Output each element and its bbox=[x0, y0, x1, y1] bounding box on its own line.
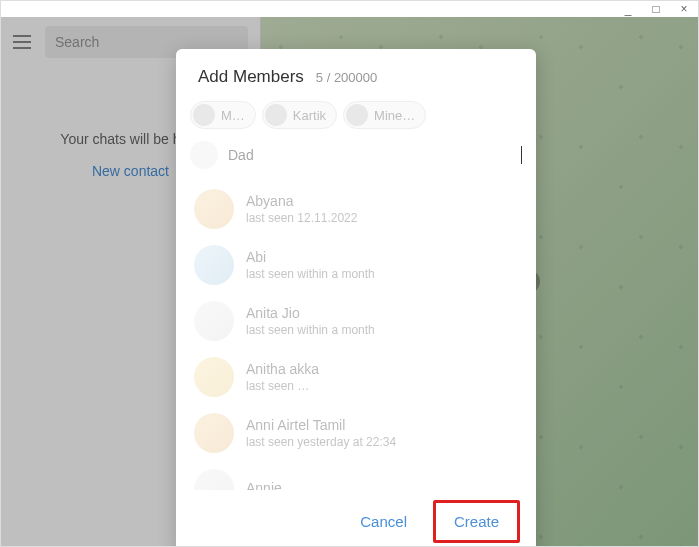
member-count: 5 / 200000 bbox=[316, 70, 377, 85]
avatar bbox=[346, 104, 368, 126]
avatar bbox=[190, 141, 218, 169]
contact-list[interactable]: Abyanalast seen 12.11.2022 Abilast seen … bbox=[176, 177, 536, 490]
contact-status: last seen yesterday at 22:34 bbox=[246, 435, 396, 449]
app-window: _ □ × Search Your chats will be here New… bbox=[0, 0, 699, 547]
chip-label: M… bbox=[221, 108, 245, 123]
maximize-icon[interactable]: □ bbox=[650, 3, 662, 15]
contact-status: last seen within a month bbox=[246, 323, 375, 337]
chip-label: Kartik bbox=[293, 108, 326, 123]
avatar bbox=[194, 413, 234, 453]
contact-name: Anitha akka bbox=[246, 361, 319, 377]
contact-item[interactable]: Anni Airtel Tamillast seen yesterday at … bbox=[176, 405, 536, 461]
member-chip[interactable]: Kartik bbox=[262, 101, 337, 129]
minimize-icon[interactable]: _ bbox=[622, 3, 634, 15]
member-chip[interactable]: Mine… bbox=[343, 101, 426, 129]
avatar bbox=[194, 357, 234, 397]
contact-name: Abi bbox=[246, 249, 375, 265]
contact-name: Abyana bbox=[246, 193, 357, 209]
selected-chips-row: M… Kartik Mine… bbox=[176, 97, 536, 137]
avatar bbox=[194, 301, 234, 341]
cancel-button[interactable]: Cancel bbox=[342, 500, 425, 543]
contact-name: Anita Jio bbox=[246, 305, 375, 321]
contact-item[interactable]: Abyanalast seen 12.11.2022 bbox=[176, 181, 536, 237]
avatar bbox=[194, 245, 234, 285]
contact-status: last seen within a month bbox=[246, 267, 375, 281]
contact-status: last seen … bbox=[246, 379, 319, 393]
avatar bbox=[265, 104, 287, 126]
close-icon[interactable]: × bbox=[678, 3, 690, 15]
member-chip[interactable]: M… bbox=[190, 101, 256, 129]
tutorial-highlight: Create bbox=[433, 500, 520, 543]
contact-item[interactable]: Anita Jiolast seen within a month bbox=[176, 293, 536, 349]
modal-title: Add Members bbox=[198, 67, 304, 87]
add-members-modal: Add Members 5 / 200000 M… Kartik Mine… D… bbox=[176, 49, 536, 546]
member-search-input[interactable]: Dad bbox=[226, 143, 513, 167]
avatar bbox=[193, 104, 215, 126]
text-cursor bbox=[521, 146, 522, 164]
contact-name: Anni Airtel Tamil bbox=[246, 417, 396, 433]
contact-status: last seen 12.11.2022 bbox=[246, 211, 357, 225]
create-button[interactable]: Create bbox=[436, 503, 517, 540]
contact-item[interactable]: Anitha akkalast seen … bbox=[176, 349, 536, 405]
contact-name: Annie bbox=[246, 480, 282, 490]
contact-item[interactable]: Annie bbox=[176, 461, 536, 490]
avatar bbox=[194, 469, 234, 490]
chip-label: Mine… bbox=[374, 108, 415, 123]
titlebar: _ □ × bbox=[1, 1, 698, 17]
avatar bbox=[194, 189, 234, 229]
contact-item[interactable]: Abilast seen within a month bbox=[176, 237, 536, 293]
